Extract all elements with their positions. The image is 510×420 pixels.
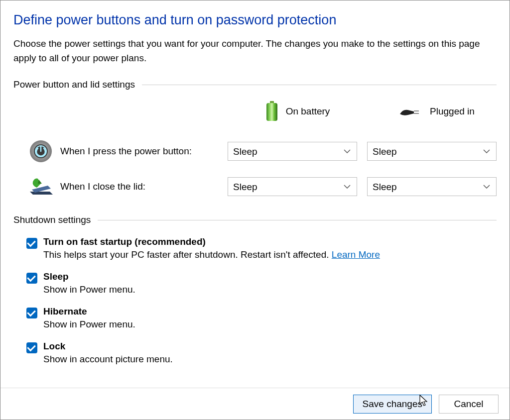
power-lid-section-label: Power button and lid settings bbox=[13, 79, 135, 90]
plugged-in-label: Plugged in bbox=[430, 106, 475, 117]
sleep-item: Sleep Show in Power menu. bbox=[26, 271, 497, 295]
fast-startup-checkbox[interactable] bbox=[26, 238, 37, 249]
plugged-in-column-header: Plugged in bbox=[367, 104, 507, 123]
fast-startup-item: Turn on fast startup (recommended) This … bbox=[26, 236, 497, 260]
shutdown-section-header: Shutdown settings bbox=[13, 214, 497, 225]
lock-desc: Show in account picture menu. bbox=[43, 354, 497, 365]
close-lid-row-label: When I close the lid: bbox=[58, 181, 228, 192]
lock-title: Lock bbox=[43, 341, 497, 352]
battery-icon bbox=[265, 101, 279, 122]
learn-more-link[interactable]: Learn More bbox=[332, 249, 380, 260]
dialog-footer: Save changes Cancel bbox=[0, 388, 510, 420]
power-button-row-label: When I press the power button: bbox=[58, 146, 228, 157]
power-lid-grid: On battery Plugged in bbox=[23, 101, 497, 197]
power-button-battery-select[interactable]: Sleep bbox=[228, 142, 357, 161]
divider bbox=[142, 85, 497, 85]
on-battery-column-header: On battery bbox=[228, 101, 367, 126]
plug-icon bbox=[399, 104, 423, 119]
hibernate-checkbox[interactable] bbox=[26, 308, 37, 318]
save-changes-button[interactable]: Save changes bbox=[353, 395, 432, 414]
svg-rect-1 bbox=[266, 103, 277, 121]
sleep-checkbox[interactable] bbox=[26, 273, 37, 284]
fast-startup-title: Turn on fast startup (recommended) bbox=[43, 236, 497, 247]
divider bbox=[98, 220, 497, 220]
close-lid-plugged-select[interactable]: Sleep bbox=[367, 177, 497, 196]
fast-startup-desc: This helps start your PC faster after sh… bbox=[43, 249, 497, 260]
hibernate-desc: Show in Power menu. bbox=[43, 319, 497, 330]
svg-rect-3 bbox=[414, 113, 419, 114]
cancel-button[interactable]: Cancel bbox=[439, 395, 499, 414]
svg-rect-2 bbox=[414, 110, 419, 111]
page-title: Define power buttons and turn on passwor… bbox=[13, 12, 497, 28]
power-lid-section-header: Power button and lid settings bbox=[13, 79, 497, 90]
on-battery-label: On battery bbox=[286, 106, 330, 117]
shutdown-section-label: Shutdown settings bbox=[13, 214, 91, 225]
shutdown-settings-list: Turn on fast startup (recommended) This … bbox=[26, 236, 497, 365]
hibernate-title: Hibernate bbox=[43, 306, 497, 317]
lock-checkbox[interactable] bbox=[26, 342, 37, 353]
close-lid-battery-select[interactable]: Sleep bbox=[228, 177, 357, 196]
sleep-title: Sleep bbox=[43, 271, 497, 282]
close-lid-icon bbox=[23, 177, 58, 197]
power-button-plugged-select[interactable]: Sleep bbox=[367, 142, 497, 161]
lock-item: Lock Show in account picture menu. bbox=[26, 341, 497, 365]
sleep-desc: Show in Power menu. bbox=[43, 284, 497, 295]
power-button-icon bbox=[23, 140, 58, 163]
hibernate-item: Hibernate Show in Power menu. bbox=[26, 306, 497, 330]
page-description: Choose the power settings that you want … bbox=[13, 37, 497, 65]
